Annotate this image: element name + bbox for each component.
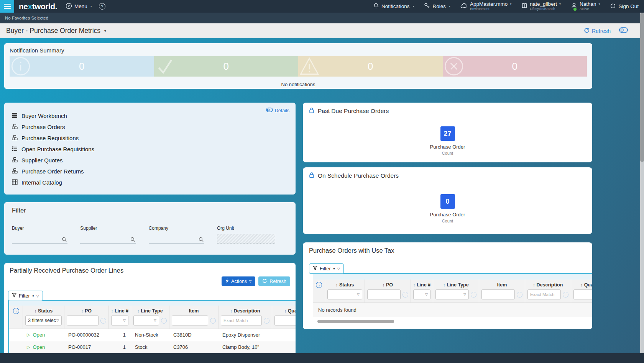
filter-option-circle[interactable] [563, 292, 568, 298]
link-open-purchase-requisitions[interactable]: Open Purchase Requisitions [12, 144, 288, 155]
column-header-line-type[interactable]: ↕Line Type [131, 306, 169, 315]
vertical-scrollbar[interactable] [640, 13, 644, 353]
column-header-line[interactable]: ↕Line # [109, 306, 131, 315]
column-header-po[interactable]: ↕PO [365, 280, 411, 289]
column-header-status[interactable]: ↕Status [23, 306, 64, 315]
column-header-po[interactable]: ↕PO [64, 306, 109, 315]
column-header-description[interactable]: ↕Description [525, 280, 571, 289]
line-type-filter-select[interactable]: ▽ [435, 289, 469, 299]
quantity-filter-select[interactable]: ▽ [573, 289, 592, 299]
filter-option-circle[interactable] [210, 318, 216, 324]
table-filter-chip[interactable]: Filter ● ▽ [309, 263, 344, 274]
grid-icon [12, 179, 18, 186]
dashboard-background: Notification Summary 0 0 0 0 No notifica… [0, 38, 644, 363]
link-internal-catalog[interactable]: Internal Catalog [12, 177, 288, 188]
table-refresh-button[interactable]: Refresh [258, 276, 290, 286]
horizontal-scrollbar[interactable] [317, 320, 586, 323]
compare-toggle-icon[interactable] [619, 27, 628, 34]
table-row[interactable]: ▷Open PO-00000032 1 Non-Stock C3810D Epo… [9, 329, 296, 341]
sort-icon: ↕ [230, 309, 232, 313]
filter-option-circle[interactable] [517, 292, 522, 298]
sort-icon: ↕ [383, 283, 384, 287]
filter-option-circle[interactable] [402, 292, 408, 298]
line-type-filter-select[interactable]: ▽ [133, 316, 159, 325]
column-header-status[interactable]: ↕Status [325, 280, 365, 289]
check-icon [153, 54, 178, 79]
link-buyer-workbench[interactable]: Buyer Workbench [12, 110, 288, 121]
cubes-icon [12, 168, 18, 175]
cloud-icon [460, 3, 468, 10]
no-records-text: No records found [313, 302, 592, 317]
item-filter-input[interactable] [481, 289, 515, 299]
status-filter-select[interactable]: 3 filters selec▽ [25, 316, 62, 325]
success-notification-band[interactable]: 0 [154, 56, 299, 77]
link-supplier-quotes[interactable]: Supplier Quotes [12, 155, 288, 166]
horizontal-scrollbar-thumb[interactable] [317, 320, 394, 323]
actions-button[interactable]: Actions ▽ [222, 276, 255, 286]
on-schedule-panel: On Schedule Purchase Orders 0 Purchase O… [303, 167, 592, 234]
status-filter-select[interactable]: ▽ [327, 289, 362, 299]
column-header-quantity[interactable]: ↕Quantity [571, 280, 592, 289]
column-header-item[interactable]: Item [169, 306, 219, 315]
supplier-search-input[interactable] [80, 234, 136, 244]
filter-option-circle[interactable] [264, 318, 269, 324]
vertical-scrollbar-thumb[interactable] [640, 13, 644, 162]
column-header-description[interactable]: ↕Description [219, 306, 272, 315]
details-toggle[interactable]: Details [266, 108, 289, 113]
line-filter-select[interactable]: ▽ [111, 316, 128, 325]
goto-arrow-icon[interactable]: → [13, 308, 19, 314]
filter-option-circle[interactable] [161, 318, 167, 324]
user-menu[interactable]: Nathan▾ Active [571, 2, 600, 11]
filter-option-circle[interactable] [471, 292, 476, 298]
list-icon [12, 146, 18, 153]
menu-button[interactable]: Menu ▾ [66, 3, 92, 10]
warning-icon [297, 54, 322, 79]
environment-selector[interactable]: AppMaster.mmo▾ Environment [460, 2, 511, 11]
table-header-row: → ↕Status ↕PO ↕Line # ↕Line Type Item ↕D… [313, 280, 592, 289]
line-filter-select[interactable]: ▽ [413, 289, 430, 299]
page-refresh-button[interactable]: Refresh [584, 28, 611, 34]
column-header-line[interactable]: ↕Line # [411, 280, 433, 289]
description-filter-input[interactable] [527, 289, 561, 299]
table-filter-chip[interactable]: Filter ● ▽ [8, 291, 43, 301]
description-filter-input[interactable] [221, 316, 262, 325]
info-notification-band[interactable]: 0 [10, 56, 154, 77]
column-header-line-type[interactable]: ↕Line Type [433, 280, 479, 289]
column-header-quantity[interactable]: ↕Quantity [272, 306, 296, 315]
link-purchase-order-returns[interactable]: Purchase Order Returns [12, 166, 288, 177]
page-title-dropdown[interactable]: ▾ [104, 29, 106, 33]
table-row[interactable]: ▷Open PO-00017 1 Stock C3706 Clamp Body,… [9, 341, 296, 353]
help-button[interactable]: ? [99, 3, 105, 10]
warning-notification-band[interactable]: 0 [298, 56, 443, 77]
sort-icon: ↕ [336, 283, 338, 287]
sign-out-button[interactable]: Sign Out [610, 3, 639, 10]
roles-button[interactable]: Roles ▾ [424, 3, 450, 10]
past-due-count-badge[interactable]: 27 [440, 126, 455, 141]
buyer-field-label: Buyer [12, 226, 67, 231]
title-bar: Buyer - Purchase Order Metrics ▾ Refresh [0, 23, 644, 38]
hamburger-menu-button[interactable] [0, 0, 14, 13]
column-header-item[interactable]: Item [479, 280, 525, 289]
on-schedule-count-badge[interactable]: 0 [440, 194, 455, 209]
goto-arrow-icon[interactable]: → [316, 282, 322, 288]
notifications-label: Notifications [381, 3, 410, 9]
error-notification-band[interactable]: 0 [443, 56, 587, 77]
org-unit-field-label: Org Unit [217, 226, 275, 231]
link-purchase-requisitions[interactable]: Purchase Requisitions [12, 132, 288, 144]
cubes-icon [12, 135, 18, 142]
power-icon [610, 3, 616, 10]
item-filter-input[interactable] [172, 316, 208, 325]
notifications-button[interactable]: Notifications ▾ [373, 3, 414, 10]
company-search-input[interactable] [149, 234, 204, 244]
metric-label: Purchase Order [309, 144, 586, 150]
use-tax-table: → ↕Status ↕PO ↕Line # ↕Line Type Item ↕D… [313, 273, 592, 323]
po-filter-input[interactable] [67, 316, 99, 325]
po-filter-input[interactable] [367, 289, 401, 299]
filter-option-circle[interactable] [100, 318, 106, 324]
company-field-label: Company [149, 226, 204, 231]
branch-selector[interactable]: nate_gilbert▾ Lifecycle/Branch [521, 2, 561, 11]
info-icon [8, 54, 33, 79]
buyer-search-input[interactable] [12, 234, 67, 244]
quantity-filter-input[interactable] [274, 316, 296, 325]
link-purchase-orders[interactable]: Purchase Orders [12, 121, 288, 132]
